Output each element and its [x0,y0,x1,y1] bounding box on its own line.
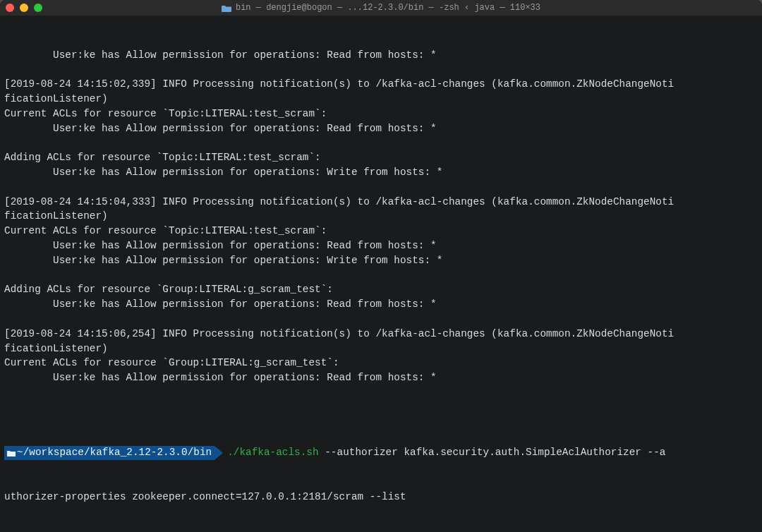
terminal-line: User:ke has Allow permission for operati… [4,238,758,253]
terminal-line: [2019-08-24 14:15:04,333] INFO Processin… [4,195,758,210]
terminal-line: Current ACLs for resource `Topic:LITERAL… [4,107,758,121]
terminal-line: Adding ACLs for resource `Group:LITERAL:… [4,282,758,297]
terminal-window: bin — dengjie@bogon — ...12-2.3.0/bin — … [0,0,762,532]
command-args-1: --authorizer kafka.security.auth.SimpleA… [319,445,666,460]
zoom-icon[interactable] [34,4,42,12]
terminal-line: User:ke has Allow permission for operati… [4,121,758,136]
folder-icon [222,4,231,12]
prompt-badge: ~/workspace/kafka_2.12-2.3.0/bin [4,446,214,460]
prompt-cwd: ~/workspace/kafka_2.12-2.3.0/bin [17,445,212,460]
command-exec: ./kafka-acls.sh [227,445,318,460]
terminal-output: User:ke has Allow permission for operati… [4,48,758,400]
terminal-line: ficationListener) [4,341,758,356]
titlebar: bin — dengjie@bogon — ...12-2.3.0/bin — … [0,0,762,16]
close-icon[interactable] [6,4,14,12]
terminal-line: Current ACLs for resource `Group:LITERAL… [4,356,758,370]
terminal-line: ficationListener) [4,92,758,107]
terminal-line: Adding ACLs for resource `Topic:LITERAL:… [4,150,758,165]
prompt-line: ~/workspace/kafka_2.12-2.3.0/bin ./kafka… [4,445,758,460]
terminal-line: Current ACLs for resource `Topic:LITERAL… [4,224,758,238]
prompt-arrow-icon [214,446,223,460]
window-title: bin — dengjie@bogon — ...12-2.3.0/bin — … [0,3,762,13]
terminal-line: User:ke has Allow permission for operati… [4,253,758,268]
terminal-line: User:ke has Allow permission for operati… [4,165,758,180]
window-title-text: bin — dengjie@bogon — ...12-2.3.0/bin — … [236,3,540,13]
terminal-line: [2019-08-24 14:15:02,339] INFO Processin… [4,77,758,92]
terminal-line: User:ke has Allow permission for operati… [4,370,758,385]
command-args-2: uthorizer-properties zookeeper.connect=1… [4,490,758,504]
minimize-icon[interactable] [20,4,28,12]
terminal-line: User:ke has Allow permission for operati… [4,48,758,63]
folder-path-icon [6,449,17,457]
window-controls [6,4,42,12]
terminal-line: User:ke has Allow permission for operati… [4,297,758,312]
terminal-line: [2019-08-24 14:15:06,254] INFO Processin… [4,327,758,341]
terminal-line: ficationListener) [4,209,758,224]
terminal-line [4,312,758,327]
terminal-line [4,62,758,77]
terminal-body[interactable]: User:ke has Allow permission for operati… [0,16,762,532]
terminal-line [4,268,758,283]
terminal-line [4,135,758,150]
terminal-line [4,180,758,195]
terminal-line [4,385,758,400]
